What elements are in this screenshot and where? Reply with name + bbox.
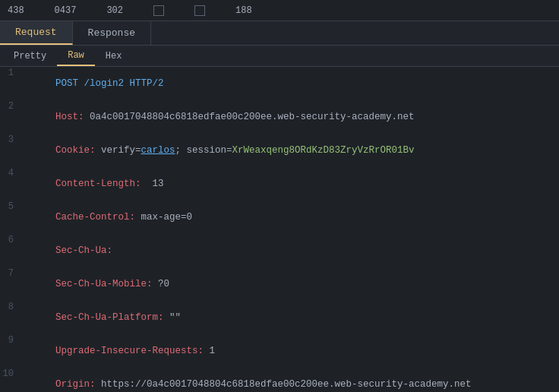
stat-302: 302 — [106, 5, 123, 16]
stat-438: 438 — [8, 5, 24, 16]
request-body: 1 POST /login2 HTTP/2 2 Host: 0a4c001704… — [0, 67, 559, 392]
line-9: 9 Upgrade-Insecure-Requests: 1 — [0, 334, 559, 368]
sub-tab-bar: Pretty Raw Hex — [0, 46, 559, 67]
tab-bar: Request Response — [0, 21, 559, 46]
line-7: 7 Sec-Ch-Ua-Mobile: ?0 — [0, 267, 559, 301]
checkbox-1[interactable] — [153, 5, 164, 16]
line-10: 10 Origin: https://0a4c0017048804c6818ed… — [0, 368, 559, 392]
line-1: 1 POST /login2 HTTP/2 — [0, 67, 559, 100]
stats-bar: 438 0437 302 188 — [0, 0, 559, 21]
stat-188: 188 — [235, 5, 252, 16]
line-2: 2 Host: 0a4c0017048804c6818edfae00c200ee… — [0, 100, 559, 134]
sub-tab-raw[interactable]: Raw — [57, 46, 95, 66]
line-5: 5 Cache-Control: max-age=0 — [0, 201, 559, 234]
tab-response[interactable]: Response — [73, 21, 151, 45]
sub-tab-hex[interactable]: Hex — [95, 46, 133, 66]
sub-tab-pretty[interactable]: Pretty — [3, 46, 57, 66]
tab-request[interactable]: Request — [0, 21, 73, 45]
line-3: 3 Cookie: verify=carlos; session=XrWeaxq… — [0, 134, 559, 167]
stat-0437: 0437 — [55, 5, 77, 16]
line-6: 6 Sec-Ch-Ua: — [0, 234, 559, 267]
line-4: 4 Content-Length: 13 — [0, 167, 559, 201]
checkbox-2[interactable] — [194, 5, 205, 16]
line-8: 8 Sec-Ch-Ua-Platform: "" — [0, 301, 559, 334]
